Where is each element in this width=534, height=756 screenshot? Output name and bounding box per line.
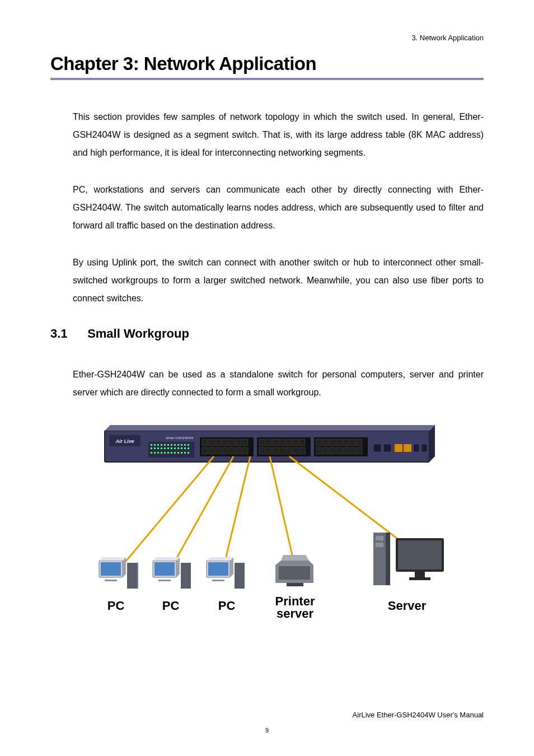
- svg-rect-24: [174, 447, 176, 449]
- title-rule: [50, 78, 484, 80]
- svg-marker-1: [105, 425, 435, 431]
- svg-rect-12: [174, 444, 176, 446]
- svg-rect-89: [395, 444, 402, 452]
- svg-rect-58: [259, 439, 265, 446]
- svg-rect-5: [151, 444, 152, 446]
- svg-rect-13: [177, 444, 179, 446]
- topology-svg: Air Live Ether-GSH2404W: [88, 421, 446, 633]
- switch-port-group-3: [314, 437, 368, 456]
- svg-rect-127: [415, 572, 425, 577]
- svg-rect-18: [154, 447, 156, 449]
- svg-rect-124: [376, 543, 383, 547]
- svg-rect-46: [229, 439, 235, 446]
- svg-rect-81: [323, 447, 329, 454]
- footer-manual-title: AirLive Ether-GSH2404W User's Manual: [50, 711, 484, 719]
- svg-rect-60: [273, 439, 278, 446]
- svg-rect-6: [154, 444, 156, 446]
- topology-figure: Air Live Ether-GSH2404W: [50, 421, 484, 636]
- svg-rect-32: [161, 452, 162, 454]
- svg-rect-76: [336, 439, 342, 446]
- svg-rect-44: [216, 439, 221, 446]
- svg-rect-9: [164, 444, 166, 446]
- svg-line-95: [222, 456, 250, 573]
- svg-rect-22: [167, 447, 169, 449]
- svg-rect-48: [242, 439, 248, 446]
- switch-brand-label: Air Live: [115, 438, 134, 444]
- chapter-title: Chapter 3: Network Application: [50, 53, 484, 74]
- svg-rect-39: [184, 452, 186, 454]
- svg-rect-80: [316, 447, 322, 454]
- switch-port-group-1: [200, 437, 255, 456]
- pc2-label: PC: [162, 599, 180, 613]
- svg-rect-110: [181, 563, 191, 589]
- svg-line-96: [270, 456, 295, 567]
- svg-rect-92: [421, 444, 427, 452]
- svg-rect-102: [105, 580, 117, 581]
- svg-rect-104: [127, 563, 137, 589]
- switch-port-group-2: [257, 437, 311, 456]
- svg-rect-53: [222, 447, 228, 454]
- svg-rect-84: [343, 447, 349, 454]
- intro-paragraph-3: By using Uplink port, the switch can con…: [73, 254, 484, 307]
- svg-rect-15: [184, 444, 186, 446]
- svg-rect-38: [181, 452, 182, 454]
- svg-rect-99: [101, 562, 121, 576]
- pc1-label: PC: [107, 599, 125, 613]
- svg-rect-34: [167, 452, 169, 454]
- svg-line-94: [169, 456, 233, 572]
- svg-rect-75: [330, 439, 335, 446]
- svg-rect-31: [157, 452, 159, 454]
- svg-rect-66: [266, 447, 271, 454]
- intro-paragraph-1: This section provides few samples of net…: [73, 108, 484, 162]
- svg-rect-10: [167, 444, 169, 446]
- svg-rect-91: [414, 444, 419, 452]
- svg-rect-26: [181, 447, 182, 449]
- svg-rect-78: [350, 439, 355, 446]
- cables: [117, 456, 404, 573]
- svg-rect-23: [171, 447, 172, 449]
- svg-rect-68: [279, 447, 285, 454]
- svg-rect-128: [409, 577, 430, 580]
- svg-rect-123: [376, 536, 383, 540]
- svg-rect-79: [357, 439, 362, 446]
- svg-rect-121: [373, 533, 386, 585]
- running-header: 3. Network Application: [50, 34, 484, 42]
- svg-rect-52: [216, 447, 221, 454]
- svg-rect-30: [154, 452, 156, 454]
- svg-rect-47: [236, 439, 241, 446]
- svg-rect-55: [236, 447, 241, 454]
- svg-rect-14: [181, 444, 182, 446]
- svg-marker-100: [123, 557, 126, 577]
- intro-paragraph-2: PC, workstations and servers can communi…: [73, 181, 484, 235]
- svg-rect-54: [229, 447, 235, 454]
- svg-rect-33: [164, 452, 166, 454]
- section-number: 3.1: [50, 326, 84, 341]
- svg-marker-114: [207, 557, 233, 561]
- svg-marker-101: [99, 557, 126, 561]
- svg-rect-36: [174, 452, 176, 454]
- svg-rect-35: [171, 452, 172, 454]
- svg-rect-20: [161, 447, 162, 449]
- server-label: Server: [388, 599, 427, 613]
- svg-rect-126: [398, 540, 442, 570]
- svg-rect-45: [222, 439, 228, 446]
- svg-rect-122: [386, 533, 390, 585]
- section-paragraph-1: Ether-GSH2404W can be used as a standalo…: [73, 366, 484, 402]
- svg-rect-67: [273, 447, 278, 454]
- svg-rect-64: [299, 439, 305, 446]
- svg-marker-119: [281, 555, 309, 561]
- svg-rect-11: [171, 444, 172, 446]
- svg-rect-65: [259, 447, 265, 454]
- svg-rect-69: [286, 447, 292, 454]
- svg-rect-115: [212, 580, 224, 581]
- svg-rect-73: [316, 439, 322, 446]
- section-title: Small Workgroup: [87, 326, 189, 340]
- svg-rect-118: [279, 566, 310, 580]
- section-heading: 3.1 Small Workgroup: [50, 326, 484, 341]
- svg-rect-43: [209, 439, 214, 446]
- svg-line-93: [117, 456, 214, 572]
- svg-rect-77: [343, 439, 349, 446]
- svg-rect-59: [266, 439, 271, 446]
- svg-marker-113: [230, 557, 233, 577]
- svg-rect-109: [158, 580, 171, 581]
